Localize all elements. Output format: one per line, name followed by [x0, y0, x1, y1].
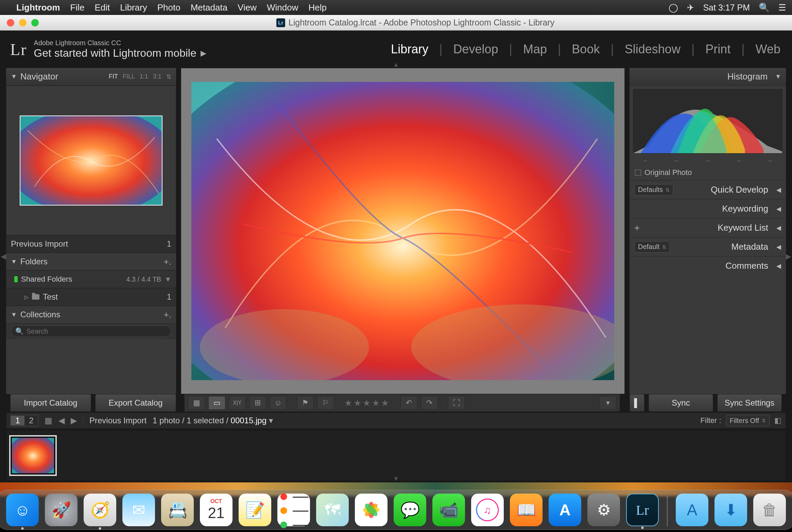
dock-trash[interactable]: 🗑	[753, 494, 786, 526]
module-web[interactable]: Web	[754, 42, 782, 56]
histogram-header[interactable]: Histogram ▼	[630, 68, 786, 86]
dock-preferences[interactable]: ⚙	[587, 494, 620, 526]
dock-notes[interactable]: 📝	[239, 494, 271, 526]
filter-select[interactable]: Filters Off⇅	[726, 415, 770, 426]
filmstrip-source[interactable]: Previous Import	[89, 416, 147, 425]
monitor-layout[interactable]: 1 2	[11, 415, 38, 426]
navigator-header[interactable]: ▼ Navigator FIT FILL 1:1 3:1 ⇅	[6, 68, 176, 86]
module-develop[interactable]: Develop	[452, 42, 500, 56]
loupe-view-button[interactable]: ▭	[208, 396, 225, 410]
collections-add-icon[interactable]: +.	[164, 309, 171, 320]
dock-itunes[interactable]: ♫	[471, 494, 504, 526]
grid-view-button[interactable]: ▦	[188, 396, 205, 410]
compare-view-button[interactable]: X|Y	[229, 396, 246, 410]
dock-maps[interactable]: 🗺	[316, 494, 349, 526]
monitor-2[interactable]: 2	[24, 416, 38, 425]
toolbar-overflow[interactable]: ▾	[599, 396, 616, 410]
menu-edit[interactable]: Edit	[94, 2, 110, 13]
dock-messages[interactable]: 💬	[394, 494, 426, 526]
collections-header[interactable]: ▼ Collections +.	[6, 306, 176, 323]
creative-cloud-icon[interactable]: ◯	[669, 3, 678, 13]
dock-facetime[interactable]: 📹	[432, 494, 465, 526]
sync-button[interactable]: Sync	[649, 394, 713, 412]
zoom-fill[interactable]: FILL	[123, 73, 135, 80]
rotate-ccw-button[interactable]: ↶	[400, 396, 417, 410]
export-catalog-button[interactable]: Export Catalog	[95, 394, 176, 412]
monitor-1[interactable]: 1	[11, 416, 24, 425]
folders-header[interactable]: ▼ Folders +.	[6, 253, 176, 270]
module-print[interactable]: Print	[704, 42, 732, 56]
menu-photo[interactable]: Photo	[157, 2, 180, 13]
dock-launchpad[interactable]: 🚀	[45, 494, 78, 526]
menubar-clock[interactable]: Sat 3:17 PM	[703, 3, 750, 13]
filmstrip-thumbnail[interactable]	[9, 435, 57, 476]
dock-folder-a[interactable]: A	[676, 494, 708, 526]
window-zoom[interactable]	[31, 19, 39, 26]
catalog-previous-import[interactable]: Previous Import 1	[6, 235, 176, 253]
menu-help[interactable]: Help	[308, 2, 326, 13]
people-view-button[interactable]: ☺	[270, 396, 287, 410]
mobile-cta[interactable]: Get started with Lightroom mobile	[34, 47, 196, 59]
keywording-header[interactable]: Keywording ◀	[630, 199, 786, 218]
disclosure-icon[interactable]: ▹	[24, 292, 29, 302]
nav-forward-icon[interactable]: ▶	[71, 416, 77, 425]
dock-calendar[interactable]: OCT21	[200, 494, 233, 526]
folders-volume[interactable]: Shared Folders 4.3 / 4.4 TB ▼	[6, 270, 176, 288]
spotlight-icon[interactable]: 🔍	[759, 2, 770, 13]
navigator-preview[interactable]	[6, 86, 176, 235]
menu-metadata[interactable]: Metadata	[191, 2, 227, 13]
menu-file[interactable]: File	[70, 2, 85, 13]
survey-view-button[interactable]: ⊞	[249, 396, 266, 410]
dock-appstore[interactable]: A	[549, 494, 581, 526]
filmstrip[interactable]	[6, 430, 786, 481]
dock-photos[interactable]	[355, 494, 388, 526]
comments-header[interactable]: Comments ◀	[630, 256, 786, 275]
module-book[interactable]: Book	[570, 42, 601, 56]
keyword-list-header[interactable]: + Keyword List ◀	[630, 218, 786, 237]
window-close[interactable]	[7, 19, 14, 26]
folder-item[interactable]: ▹ Test 1	[6, 288, 176, 306]
dock-ibooks[interactable]: 📖	[510, 494, 543, 526]
dock-downloads[interactable]: ⬇	[714, 494, 747, 526]
keyword-add-icon[interactable]: +	[634, 223, 640, 233]
module-library[interactable]: Library	[390, 42, 430, 56]
menu-window[interactable]: Window	[267, 2, 298, 13]
zoom-1to1[interactable]: 1:1	[140, 73, 148, 80]
zoom-stepper-icon[interactable]: ⇅	[166, 73, 171, 81]
nav-back-icon[interactable]: ◀	[58, 416, 65, 425]
left-panel-collapse[interactable]: ◀	[1, 252, 6, 261]
menu-view[interactable]: View	[238, 2, 257, 13]
filmstrip-collapse-arrow[interactable]: ▼	[393, 475, 399, 482]
module-map[interactable]: Map	[522, 42, 548, 56]
flag-pick-button[interactable]: ⚑	[297, 396, 314, 410]
dock-safari[interactable]: 🧭	[84, 494, 116, 526]
control-center-icon[interactable]: ☰	[778, 3, 786, 13]
zoom-fit[interactable]: FIT	[109, 73, 118, 80]
metadata-header[interactable]: Default⇅ Metadata ◀	[630, 237, 786, 256]
menu-library[interactable]: Library	[120, 2, 147, 13]
dock-lightroom[interactable]: Lr	[626, 494, 659, 526]
quick-develop-header[interactable]: Defaults⇅ Quick Develop ◀	[630, 180, 786, 199]
topbar-collapse-arrow[interactable]: ▲	[393, 61, 399, 68]
quick-develop-preset[interactable]: Defaults⇅	[634, 184, 673, 196]
dock-finder[interactable]: ☺	[6, 494, 39, 526]
rating-stars[interactable]: ★★★★★	[344, 398, 390, 408]
status-icon[interactable]: ✈	[687, 3, 694, 13]
filename-dropdown-icon[interactable]: ▾	[269, 416, 273, 425]
flag-reject-button[interactable]: ⚐	[317, 396, 334, 410]
impromptu-slideshow-button[interactable]: ⛶	[448, 396, 465, 410]
metadata-preset[interactable]: Default⇅	[634, 241, 670, 253]
zoom-3to1[interactable]: 3:1	[153, 73, 161, 80]
rotate-cw-button[interactable]: ↷	[421, 396, 438, 410]
loupe-view[interactable]	[181, 68, 625, 394]
original-photo-checkbox[interactable]	[635, 170, 641, 176]
menubar-app-name[interactable]: Lightroom	[16, 2, 60, 13]
dock-reminders[interactable]: ● —● —● —	[277, 494, 310, 526]
filter-lock-icon[interactable]: ◧	[774, 416, 781, 425]
sync-toggle[interactable]: ▌	[630, 394, 644, 412]
folders-add-icon[interactable]: +.	[164, 256, 171, 267]
chevron-down-icon[interactable]: ▼	[165, 276, 171, 283]
window-minimize[interactable]	[19, 19, 27, 26]
dock-mail[interactable]: ✉	[122, 494, 155, 526]
sync-settings-button[interactable]: Sync Settings	[717, 394, 782, 412]
